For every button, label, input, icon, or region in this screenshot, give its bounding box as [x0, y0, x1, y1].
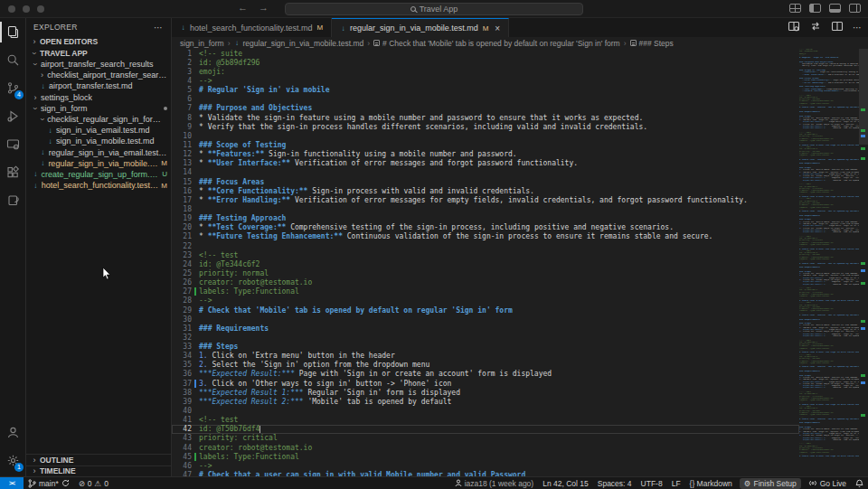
gutter-change-bar — [192, 287, 199, 296]
toggle-secondary-sidebar-icon[interactable] — [849, 4, 861, 13]
notifications-bell-icon[interactable] — [851, 477, 868, 489]
code-line: 19### Testing Approach — [172, 214, 799, 223]
history-forward-icon[interactable]: → — [259, 2, 269, 13]
code-line: 23<!-- test — [172, 250, 799, 259]
tree-item-file[interactable]: ↓regular_sign_in_via_mobile.test...M — [26, 158, 171, 169]
gutter-change-bar — [192, 452, 199, 461]
tree-item-folder[interactable]: ›sign_in_form — [26, 103, 171, 114]
tree-item-file[interactable]: ↓airport_transfer.test.md — [26, 80, 171, 91]
branch-status[interactable]: main* — [24, 477, 74, 489]
tree-item-folder[interactable]: ›checklist_airport_transfer_search_fie..… — [26, 70, 171, 80]
go-live-button[interactable]: Go Live — [804, 477, 851, 489]
markdown-file-icon: ↓ — [33, 182, 39, 190]
split-editor-icon[interactable] — [831, 20, 844, 36]
overview-change-mark — [861, 108, 865, 111]
tab-label: regular_sign_in_via_mobile.test.md — [350, 24, 478, 33]
finish-setup-button[interactable]: ⚙ Finish Setup — [740, 478, 801, 489]
tree-item-file[interactable]: ↓create_regular_sign_up_form.test...U — [26, 169, 171, 180]
overview-change-mark — [861, 320, 865, 323]
command-center-search[interactable]: Travel App — [285, 3, 583, 15]
markdown-file-icon: ↓ — [40, 82, 46, 90]
git-blame-status[interactable]: iaza18 (1 week ago) — [450, 477, 539, 489]
line-number: 21 — [172, 232, 192, 240]
gutter — [192, 232, 199, 241]
workspace-section[interactable]: › TRAVEL APP — [26, 48, 171, 60]
open-editors-section[interactable]: › OPEN EDITORS — [26, 36, 171, 48]
breadcrumb-item[interactable]: ↓regular_sign_in_via_mobile.test.md — [234, 39, 364, 48]
source-control-icon[interactable]: 4 — [0, 74, 26, 102]
line-number: 18 — [172, 205, 192, 213]
line-number: 44 — [172, 444, 192, 452]
file-label: regular_sign_in_via_mobile.test... — [48, 159, 158, 168]
close-icon[interactable]: × — [495, 24, 500, 33]
code-line: 20* **Test Coverage:** Comprehensive tes… — [172, 223, 799, 232]
language-mode-status[interactable]: {} Markdown — [685, 477, 737, 489]
customize-layout-icon[interactable] — [789, 4, 801, 13]
indentation-status[interactable]: Spaces: 4 — [593, 477, 637, 489]
line-number: 14 — [172, 168, 192, 176]
accounts-icon[interactable] — [0, 418, 26, 447]
remote-indicator[interactable]: >< — [0, 477, 24, 489]
scm-badge: 4 — [14, 90, 24, 99]
code-editor[interactable]: 1<!-- suite2id: @5b89df2963emoji:4-->5# … — [172, 49, 799, 476]
markdown-file-icon: ↓ — [340, 24, 346, 33]
remote-explorer-icon[interactable] — [0, 130, 26, 158]
breadcrumb-item[interactable]: sign_in_form — [180, 39, 224, 48]
code-line: 341. Click on 'Extra menu' button in the… — [172, 352, 799, 361]
code-line: 27labels: Type:Functional — [172, 287, 799, 296]
code-line: 31### Requirements — [172, 324, 799, 333]
problems-status[interactable]: ⊘ 0 ⚠ 0 — [74, 477, 113, 489]
search-view-icon[interactable] — [0, 46, 26, 74]
outline-section[interactable]: › OUTLINE — [26, 454, 171, 465]
encoding-status[interactable]: UTF-8 — [637, 477, 667, 489]
line-number: 34 — [172, 352, 192, 360]
file-label: airport_transfer_search_results — [41, 60, 154, 69]
markdown-file-icon: ↓ — [40, 148, 46, 156]
code-line: 14 — [172, 168, 799, 177]
explorer-icon[interactable] — [0, 18, 26, 46]
minimize-window-icon[interactable] — [23, 5, 30, 13]
chevron-right-icon: › — [367, 39, 370, 48]
chevron-right-icon: › — [32, 455, 37, 464]
open-preview-icon[interactable] — [788, 20, 800, 36]
code-line: 4--> — [172, 76, 799, 85]
open-changes-icon[interactable] — [809, 20, 822, 36]
gutter — [192, 425, 199, 434]
tree-item-folder[interactable]: ›airport_transfer_search_results — [26, 59, 171, 70]
code-line: 22 — [172, 241, 799, 250]
testomat-extension-icon[interactable] — [0, 186, 26, 214]
tree-item-file[interactable]: ↓sign_in_via_email.test.md — [26, 125, 171, 136]
run-debug-icon[interactable] — [0, 102, 26, 130]
tree-item-file[interactable]: ↓regular_sign_in_via_email.test.md — [26, 147, 171, 158]
toggle-panel-icon[interactable] — [829, 4, 841, 13]
code-line: 17* **Error Handling:** Verification of … — [172, 195, 799, 204]
breadcrumb-item[interactable]: ### Steps — [630, 39, 674, 48]
editor-more-actions-icon[interactable]: ⋯ — [853, 23, 863, 33]
timeline-section[interactable]: › TIMELINE — [26, 465, 171, 477]
editor-tab[interactable]: ↓hotel_search_functionality.test.mdM — [172, 18, 332, 37]
minimap[interactable]: <!-- suiteid: @5b89df296emoji:--># Regul… — [799, 49, 859, 476]
overview-change-mark — [861, 381, 865, 384]
code-line: 29# Check that 'Mobile' tab is opened by… — [172, 306, 799, 315]
folder-dot-indicator — [164, 107, 167, 110]
settings-gear-icon[interactable]: 1 — [0, 447, 26, 475]
line-number: 39 — [172, 398, 192, 406]
history-back-icon[interactable]: ← — [238, 2, 248, 13]
maximize-window-icon[interactable] — [37, 5, 44, 13]
line-number: 4 — [172, 77, 192, 85]
code-line: 21* **Future Testing Enhancement:** Cont… — [172, 232, 799, 241]
close-window-icon[interactable] — [8, 5, 15, 13]
git-status-badge: U — [162, 170, 167, 178]
breadcrumb-item[interactable]: # Check that 'Mobile' tab is opened by d… — [373, 39, 620, 48]
eol-status[interactable]: LF — [667, 477, 685, 489]
toggle-sidebar-icon[interactable] — [809, 4, 821, 13]
extensions-icon[interactable] — [0, 158, 26, 186]
tree-item-folder[interactable]: ›checklist_regular_sign_in_form_field... — [26, 114, 171, 125]
tree-item-file[interactable]: ↓sign_in_via_mobile.test.md — [26, 136, 171, 146]
explorer-more-actions-icon[interactable]: ⋯ — [154, 23, 164, 33]
cursor-position-status[interactable]: Ln 42, Col 15 — [538, 477, 593, 489]
tree-item-file[interactable]: ↓hotel_search_functionality.test.mdM — [26, 180, 171, 191]
editor-tab[interactable]: ↓regular_sign_in_via_mobile.test.mdM× — [332, 18, 509, 37]
window-controls — [8, 5, 44, 13]
tree-item-folder[interactable]: ›settings_block — [26, 92, 171, 103]
